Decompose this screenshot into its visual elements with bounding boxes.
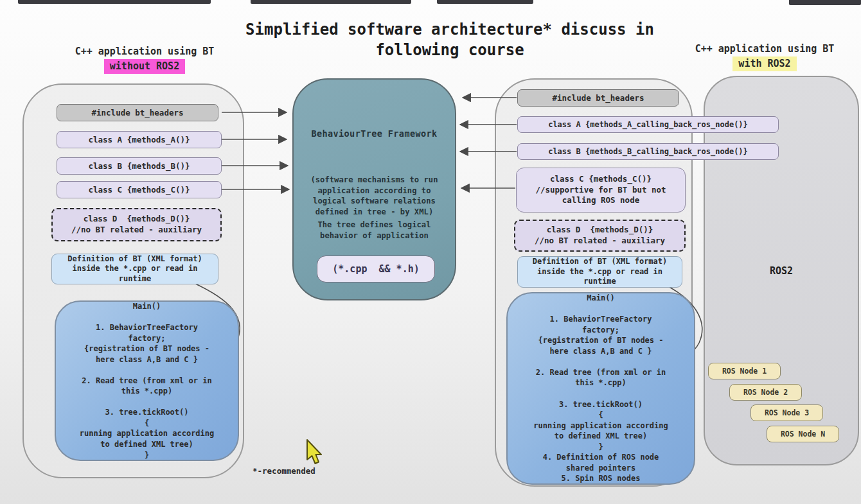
ros2-label: ROS2 <box>705 265 858 277</box>
right-bt-definition-label: Definition of BT (XML format) inside the… <box>533 257 668 286</box>
ros-node-3-label: ROS Node 3 <box>765 408 809 417</box>
right-class-b-label: class B {methods_B_calling_back_ros_node… <box>548 147 748 156</box>
ros-node-1: ROS Node 1 <box>708 363 781 379</box>
recommended-footnote: *-recommended <box>253 466 315 476</box>
framework-description: (software mechanisms to run application … <box>294 175 455 217</box>
left-class-a-box: class A {methods_A()} <box>57 131 222 148</box>
behaviourtree-framework-box: BehaviourTree Framework (software mechan… <box>292 78 456 300</box>
ros-node-n-label: ROS Node N <box>781 430 825 439</box>
left-class-c-label: class C {methods_C()} <box>88 185 190 195</box>
left-main-box: Main() 1. BehaviorTreeFactory factory; {… <box>55 300 239 461</box>
left-header-highlight: without ROS2 <box>104 59 185 73</box>
left-class-b-box: class B {methods_B()} <box>57 157 222 175</box>
framework-title: BehaviourTree Framework <box>294 128 455 139</box>
architecture-diagram: Simplified software architecture* discus… <box>0 0 861 504</box>
diagram-title: Simplified software architecture* discus… <box>218 19 681 61</box>
right-class-d-label: class D {methods_D()} //no BT related - … <box>535 225 665 247</box>
left-class-d-box: class D {methods_D()} //no BT related - … <box>51 208 222 241</box>
left-class-a-label: class A {methods_A()} <box>88 135 190 144</box>
right-main-ros-steps: 4. Definition of ROS node shared pointer… <box>543 452 659 484</box>
right-class-a-box: class A {methods_A_calling_back_ros_node… <box>517 116 779 133</box>
mouse-cursor-icon <box>307 440 321 464</box>
left-class-d-label: class D {methods_D()} //no BT related - … <box>71 214 202 236</box>
right-class-b-box: class B {methods_B_calling_back_ros_node… <box>517 143 779 160</box>
top-edge-segment <box>18 0 211 4</box>
right-header-text: C++ application using BT <box>695 43 835 55</box>
left-column-header: C++ application using BT without ROS2 <box>51 45 238 74</box>
top-edge-segment <box>251 0 411 4</box>
ros-node-3: ROS Node 3 <box>750 404 823 421</box>
left-include-label: #include bt_headers <box>92 108 184 117</box>
framework-files-box: (*.cpp && *.h) <box>317 256 435 282</box>
left-class-b-label: class B {methods_B()} <box>88 161 190 171</box>
right-include-box: #include bt_headers <box>517 89 679 107</box>
right-main-code: Main() 1. BehaviorTreeFactory factory; {… <box>533 293 668 452</box>
framework-description2: The tree defines logical behavior of app… <box>294 220 455 241</box>
left-header-text: C++ application using BT <box>75 46 215 57</box>
right-class-a-label: class A {methods_A_calling_back_ros_node… <box>548 120 748 129</box>
ros-node-2: ROS Node 2 <box>729 384 802 401</box>
left-class-c-box: class C {methods_C()} <box>57 181 222 198</box>
right-header-highlight: with ROS2 <box>732 56 796 71</box>
ros-node-n: ROS Node N <box>767 426 839 442</box>
ros-node-2-label: ROS Node 2 <box>743 388 788 397</box>
left-bt-definition-label: Definition of BT (XML format) inside the… <box>67 254 202 284</box>
right-include-label: #include bt_headers <box>553 93 644 103</box>
ros-node-1-label: ROS Node 1 <box>722 367 767 376</box>
top-edge-segment <box>437 0 533 4</box>
top-edge-segment <box>789 0 861 5</box>
right-bt-definition-box: Definition of BT (XML format) inside the… <box>517 256 682 288</box>
right-class-c-label: class C {methods_C()} //supportive for B… <box>535 174 666 206</box>
right-class-c-box: class C {methods_C()} //supportive for B… <box>516 168 686 213</box>
right-column-header: C++ application using BT with ROS2 <box>668 42 861 71</box>
left-main-code: Main() 1. BehaviorTreeFactory factory; {… <box>80 301 215 460</box>
left-include-box: #include bt_headers <box>57 104 218 121</box>
framework-files-label: (*.cpp && *.h) <box>332 263 419 275</box>
right-class-d-box: class D {methods_D()} //no BT related - … <box>514 220 686 252</box>
left-bt-definition-box: Definition of BT (XML format) inside the… <box>51 254 218 284</box>
right-main-box: Main() 1. BehaviorTreeFactory factory; {… <box>506 292 695 485</box>
